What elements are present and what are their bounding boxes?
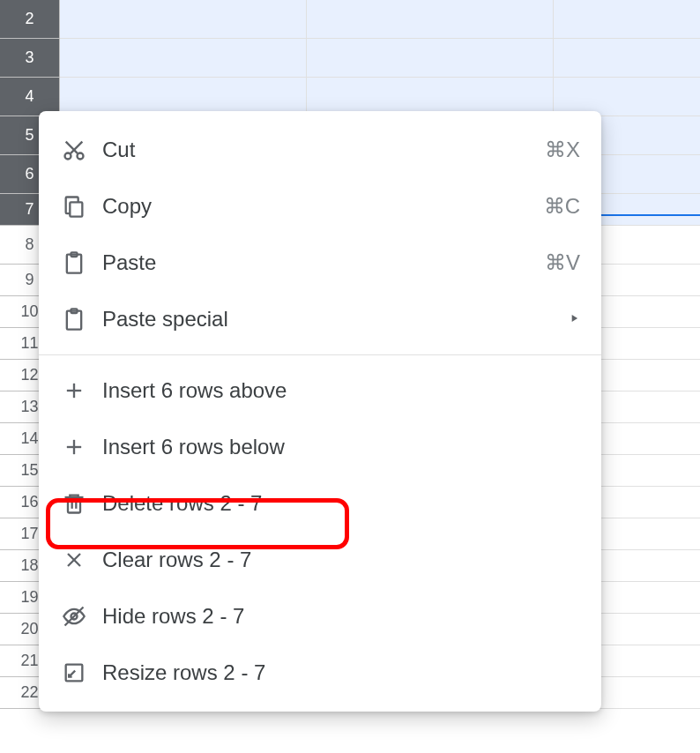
paste-icon <box>60 305 88 333</box>
cell[interactable] <box>307 78 554 116</box>
cut-icon <box>60 136 88 164</box>
cell[interactable] <box>307 0 554 38</box>
menu-item-resize-rows[interactable]: Resize rows 2 - 7 <box>39 645 601 701</box>
cell[interactable] <box>60 0 307 38</box>
menu-item-hide-rows[interactable]: Hide rows 2 - 7 <box>39 588 601 645</box>
menu-label: Cut <box>102 138 545 162</box>
copy-icon <box>60 192 88 220</box>
paste-icon <box>60 249 88 277</box>
menu-label: Insert 6 rows above <box>102 378 580 403</box>
cell[interactable] <box>307 39 554 77</box>
menu-item-clear-rows[interactable]: Clear rows 2 - 7 <box>39 532 601 588</box>
menu-label: Paste special <box>102 307 568 332</box>
menu-item-paste[interactable]: Paste ⌘V <box>39 235 601 291</box>
cell-row <box>60 0 700 39</box>
menu-item-paste-special[interactable]: Paste special <box>39 291 601 347</box>
menu-shortcut: ⌘V <box>545 250 580 275</box>
cell[interactable] <box>60 39 307 77</box>
menu-label: Copy <box>102 194 544 219</box>
menu-label: Resize rows 2 - 7 <box>102 660 580 685</box>
svg-point-1 <box>78 153 84 160</box>
menu-label: Paste <box>102 250 545 275</box>
menu-label: Hide rows 2 - 7 <box>102 604 580 629</box>
menu-label: Delete rows 2 - 7 <box>102 491 580 516</box>
hide-icon <box>60 602 88 630</box>
plus-icon <box>60 433 88 461</box>
submenu-arrow-icon <box>568 312 580 327</box>
cell[interactable] <box>554 0 700 38</box>
menu-shortcut: ⌘X <box>545 138 580 162</box>
cell[interactable] <box>554 78 700 116</box>
menu-item-insert-rows-below[interactable]: Insert 6 rows below <box>39 419 601 475</box>
cell[interactable] <box>60 78 307 116</box>
menu-item-copy[interactable]: Copy ⌘C <box>39 178 601 235</box>
menu-item-insert-rows-above[interactable]: Insert 6 rows above <box>39 362 601 419</box>
svg-point-0 <box>65 153 71 160</box>
menu-label: Clear rows 2 - 7 <box>102 548 580 572</box>
resize-icon <box>60 659 88 687</box>
menu-divider <box>39 354 601 355</box>
menu-item-cut[interactable]: Cut ⌘X <box>39 122 601 178</box>
cell-row <box>60 39 700 78</box>
row-header[interactable]: 2 <box>0 0 60 39</box>
plus-icon <box>60 376 88 405</box>
menu-item-delete-rows[interactable]: Delete rows 2 - 7 <box>39 475 601 532</box>
row-context-menu: Cut ⌘X Copy ⌘C Paste ⌘V Paste <box>39 111 601 712</box>
menu-label: Insert 6 rows below <box>102 435 580 459</box>
cell[interactable] <box>554 39 700 77</box>
svg-rect-4 <box>70 202 82 216</box>
close-icon <box>60 546 88 574</box>
trash-icon <box>60 489 88 518</box>
row-header[interactable]: 3 <box>0 39 60 78</box>
menu-shortcut: ⌘C <box>544 194 580 219</box>
